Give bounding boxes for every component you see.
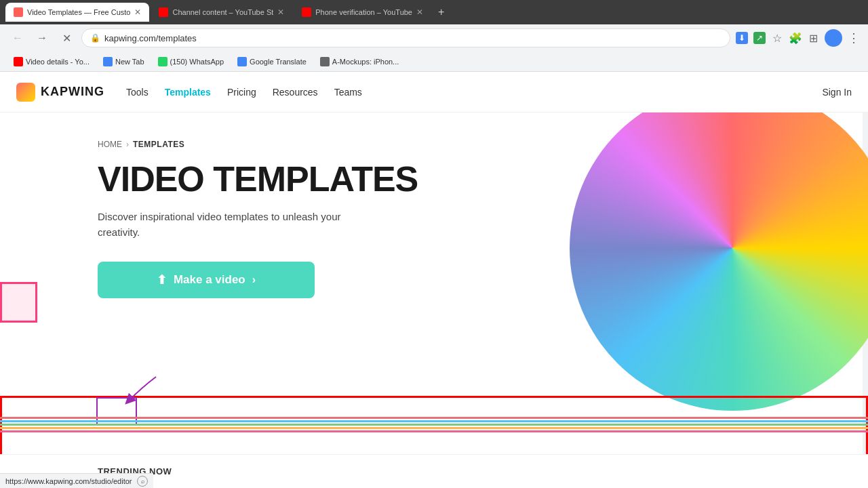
bookmark-4-label: Google Translate — [250, 58, 307, 66]
bookmark-3-icon — [158, 57, 167, 66]
status-search-icon: ⌕ — [137, 476, 148, 487]
color-line-orange — [0, 427, 868, 429]
nav-links: Tools Templates Pricing Resources Teams — [126, 87, 362, 98]
color-line-green — [0, 424, 868, 426]
nav-tools[interactable]: Tools — [126, 87, 149, 98]
bookmark-1[interactable]: Video details - Yo... — [8, 56, 95, 68]
bookmark-4[interactable]: Google Translate — [232, 56, 312, 68]
upload-icon: ⬆ — [157, 272, 167, 287]
nav-bar: ← → ✕ 🔒 kapwing.com/templates ⬇ ↗ ☆ 🧩 ⊞ … — [0, 24, 868, 52]
bookmark-3-label: (150) WhatsApp — [170, 58, 224, 66]
bookmark-star-icon[interactable]: ☆ — [771, 32, 783, 44]
browser-menu-icon[interactable]: ⋮ — [848, 32, 860, 44]
breadcrumb-home[interactable]: HOME — [98, 140, 122, 149]
download-icon[interactable]: ⬇ — [736, 32, 748, 44]
color-line-blue — [0, 420, 868, 422]
tab-2-close[interactable]: ✕ — [277, 7, 284, 17]
color-line-pink — [0, 430, 868, 432]
forward-button[interactable]: → — [33, 28, 52, 47]
share-icon[interactable]: ↗ — [753, 32, 766, 44]
tab-3-close[interactable]: ✕ — [416, 7, 423, 17]
bookmark-2-icon — [103, 57, 113, 66]
sign-in-button[interactable]: Sign In — [822, 87, 852, 98]
status-url: https://www.kapwing.com/studio/editor — [5, 477, 132, 485]
nav-resources[interactable]: Resources — [273, 87, 318, 98]
annotation-pink-box — [0, 282, 37, 323]
status-bar: https://www.kapwing.com/studio/editor ⌕ — [0, 473, 153, 488]
extension-puzzle-icon[interactable]: 🧩 — [789, 32, 802, 45]
color-wheel — [570, 113, 868, 411]
nav-teams[interactable]: Teams — [334, 87, 362, 98]
bookmark-1-icon — [14, 57, 23, 66]
bookmark-3[interactable]: (150) WhatsApp — [153, 56, 229, 68]
extension-icons: ⬇ ↗ ☆ 🧩 ⊞ ⋮ — [736, 29, 860, 47]
bookmark-4-icon — [237, 57, 247, 66]
logo-text: KAPWING — [41, 85, 104, 99]
breadcrumb-current: TEMPLATES — [133, 140, 184, 149]
color-lines — [0, 417, 868, 434]
bookmark-2-label: New Tab — [115, 58, 144, 66]
tab-2[interactable]: Channel content – YouTube St ✕ — [151, 3, 292, 22]
logo-icon — [16, 83, 35, 102]
sidebar-icon[interactable]: ⊞ — [809, 32, 818, 45]
new-tab-button[interactable]: + — [433, 6, 450, 18]
bookmark-5-icon — [320, 57, 330, 66]
site-nav: KAPWING Tools Templates Pricing Resource… — [0, 72, 868, 113]
browser-chrome: Video Templates — Free Custo ✕ Channel c… — [0, 0, 868, 72]
tab-1[interactable]: Video Templates — Free Custo ✕ — [5, 3, 149, 22]
logo[interactable]: KAPWING — [16, 83, 104, 102]
hero-section: HOME › TEMPLATES VIDEO TEMPLATES Discove… — [0, 113, 868, 488]
youtube-favicon-2 — [302, 7, 311, 17]
address-text: kapwing.com/templates — [104, 33, 197, 43]
tab-3-title: Phone verification – YouTube — [315, 8, 412, 16]
tab-bar: Video Templates — Free Custo ✕ Channel c… — [0, 0, 868, 24]
profile-icon[interactable] — [825, 29, 842, 47]
annotation-arrow — [115, 373, 170, 410]
color-line-red — [0, 417, 868, 419]
nav-templates[interactable]: Templates — [165, 87, 211, 98]
tab-2-title: Channel content – YouTube St — [172, 8, 273, 16]
tab-1-close[interactable]: ✕ — [134, 7, 141, 17]
nav-pricing[interactable]: Pricing — [227, 87, 256, 98]
bookmark-5[interactable]: A-Mockups: iPhon... — [315, 56, 404, 68]
tab-1-title: Video Templates — Free Custo — [27, 8, 130, 16]
back-button[interactable]: ← — [8, 28, 27, 47]
cta-label: Make a video — [174, 273, 245, 287]
bookmark-5-label: A-Mockups: iPhon... — [332, 58, 399, 66]
youtube-favicon-1 — [159, 7, 168, 17]
tab-3[interactable]: Phone verification – YouTube ✕ — [294, 3, 431, 22]
hero-description: Discover inspirational video templates t… — [98, 209, 355, 240]
cta-arrow-icon: › — [252, 274, 256, 286]
bookmark-1-label: Video details - Yo... — [26, 58, 90, 66]
bookmarks-bar: Video details - Yo... New Tab (150) What… — [0, 52, 868, 72]
breadcrumb-separator: › — [126, 140, 129, 149]
lock-icon: 🔒 — [90, 33, 100, 43]
kapwing-favicon — [14, 7, 23, 17]
reload-button[interactable]: ✕ — [57, 28, 76, 47]
site-content: KAPWING Tools Templates Pricing Resource… — [0, 72, 868, 488]
address-bar[interactable]: 🔒 kapwing.com/templates — [81, 28, 730, 47]
bookmark-2[interactable]: New Tab — [98, 56, 150, 68]
make-video-button[interactable]: ⬆ Make a video › — [98, 262, 315, 298]
